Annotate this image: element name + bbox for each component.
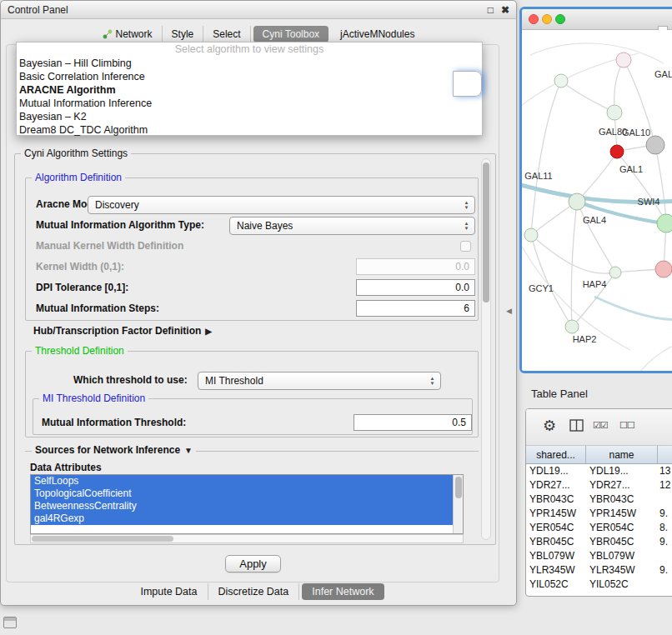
restore-window-icon[interactable]: □ [488,4,494,16]
cell: 9. [658,535,672,549]
kernel-width-field[interactable]: 0.0 [356,258,475,275]
combo-arrows-icon: ▲▼ [461,197,472,213]
network-node[interactable] [565,320,579,333]
table-row[interactable]: YBR045C YBR045C 9. [526,535,672,549]
list-item-betweennesscentrality[interactable]: BetweennessCentrality [31,500,453,512]
node-label-hap2: HAP2 [573,334,597,344]
minimized-panel-icon[interactable] [3,617,17,628]
network-node[interactable] [616,52,631,68]
tab-cyni-toolbox[interactable]: Cyni Toolbox [253,26,328,42]
popup-item-bayesian-hill-climbing[interactable]: Bayesian – Hill Climbing [17,57,482,70]
network-tab-icon [103,29,113,39]
popup-placeholder: Select algorithm to view settings [17,42,482,57]
popup-item-bayesian-k2[interactable]: Bayesian – K2 [17,110,482,123]
list-scrollbar[interactable] [453,475,463,533]
network-view-window: GAL80 GAL10 GAL11 GAL1 SWI4 GAL4 GCY1 HA… [519,7,672,373]
list-item-topologicalcoefficient[interactable]: TopologicalCoefficient [31,488,453,500]
close-button[interactable] [529,14,539,24]
network-node[interactable] [657,214,672,232]
cyni-algorithm-settings-group: Cyni Algorithm Settings Algorithm Defini… [14,153,496,545]
node-label-gal10: GAL10 [622,128,650,138]
list-scrollbar-thumb[interactable] [455,477,462,498]
list-item-gal4rgexp[interactable]: gal4RGexp [31,512,453,525]
minimize-button[interactable] [542,14,552,24]
network-node-pink[interactable] [655,261,672,278]
table-row[interactable]: YBR043C YBR043C [526,492,672,507]
network-node-gray[interactable] [646,136,664,154]
close-window-icon[interactable]: ✖ [501,4,509,16]
table-row[interactable]: YIL052C YIL052C [526,578,672,592]
deselect-all-icon[interactable]: ☐☐ [619,420,634,431]
tab-select[interactable]: Select [203,26,250,42]
apply-button[interactable]: Apply [225,555,281,572]
cell: YBR043C [526,492,586,507]
network-node-selected-red[interactable] [610,145,624,158]
tab-label: Select [213,28,240,40]
gear-icon[interactable]: ⚙ [543,417,556,435]
cell: YDR27... [526,478,586,492]
popup-item-basic-correlation[interactable]: Basic Correlation Inference [17,70,482,83]
combo-arrows-icon: ▲▼ [427,372,438,389]
tab-network[interactable]: Network [93,26,163,42]
table-row[interactable]: YDL19... YDL19... 13 [526,464,672,478]
column-header-name[interactable]: name [586,446,658,463]
network-node[interactable] [569,193,585,210]
sources-toggle[interactable]: Sources for Network Inference▼ [32,444,196,457]
popup-item-dream8[interactable]: Dream8 DC_TDC Algorithm [17,123,482,137]
column-header-truncated[interactable] [658,446,672,463]
dpi-tolerance-field[interactable]: 0.0 [356,279,475,296]
table-row[interactable]: YLR345W YLR345W 9. [526,563,672,578]
bottom-tabs: Impute Data Discretize Data Infer Networ… [1,582,516,602]
control-panel-window: Control Panel □ ✖ Network Style Select C… [0,0,517,606]
zoom-button[interactable] [555,14,565,24]
settings-scrollbar-thumb[interactable] [483,162,489,302]
hub-definition-toggle[interactable]: Hub/Transcription Factor Definition▶ [33,325,212,338]
list-item-selfloops[interactable]: SelfLoops [31,475,453,488]
table-row[interactable]: YDR27... YDR27... 12 [526,478,672,492]
group-title: Threshold Definition [32,345,128,357]
data-attributes-list[interactable]: SelfLoops TopologicalCoefficient Between… [30,474,464,534]
column-header-shared-name[interactable]: shared... [526,446,586,463]
tab-impute-data[interactable]: Impute Data [130,583,208,600]
table-row[interactable]: YBL079W YBL079W [526,549,672,563]
select-all-icon[interactable]: ☑☑ [593,420,608,431]
network-canvas[interactable]: GAL80 GAL10 GAL11 GAL1 SWI4 GAL4 GCY1 HA… [522,30,672,371]
popup-item-mutual-information[interactable]: Mutual Information Inference [17,97,482,110]
list-horizontal-scrollbar[interactable] [30,534,464,543]
table-row[interactable]: YER054C YER054C 8. [526,521,672,535]
cell: YIL052C [526,578,586,592]
node-label-gal11: GAL11 [524,171,552,181]
mi-type-label: Mutual Information Algorithm Type: [36,219,204,232]
cell: 12 [658,478,672,492]
list-horizontal-scrollbar-thumb[interactable] [32,536,173,542]
tab-infer-network[interactable]: Infer Network [302,583,384,600]
manual-kernel-width-checkbox[interactable] [460,241,471,252]
table-row[interactable]: YPR145W YPR145W 9. [526,507,672,521]
tab-style[interactable]: Style [163,26,204,42]
mi-threshold-field[interactable]: 0.5 [354,414,472,431]
tab-label: Cyni Toolbox [263,28,319,40]
cell: YIL052C [586,578,658,592]
network-node-labels: GAL80 GAL10 GAL11 GAL1 SWI4 GAL4 GCY1 HA… [524,69,672,344]
tab-jactivemnodules[interactable]: jActiveMNodules [331,26,424,42]
node-label-hap4: HAP4 [583,279,607,289]
mi-steps-field[interactable]: 6 [356,300,475,317]
cell: YBL079W [526,549,586,563]
columns-icon[interactable] [569,419,584,432]
popup-item-aracne[interactable]: ARACNE Algorithm [17,83,482,97]
tab-label: jActiveMNodules [340,28,414,40]
dpi-tolerance-label: DPI Tolerance [0,1]: [36,282,128,294]
collapse-down-icon: ▼ [184,444,193,457]
settings-scrollbar[interactable] [481,158,491,540]
splitter-collapse-icon[interactable]: ◀ [506,307,512,315]
network-node[interactable] [524,228,538,242]
network-node[interactable] [554,74,568,88]
network-node[interactable] [609,267,621,278]
aracne-mode-select[interactable]: Discovery ▲▼ [88,196,475,214]
tab-discretize-data[interactable]: Discretize Data [208,583,300,600]
table-panel-title: Table Panel [531,388,588,400]
mi-algorithm-type-select[interactable]: Naive Bayes ▲▼ [229,217,475,235]
node-label-partial: GAL [654,69,672,79]
network-node[interactable] [607,105,622,120]
threshold-select[interactable]: MI Threshold ▲▼ [198,372,441,390]
